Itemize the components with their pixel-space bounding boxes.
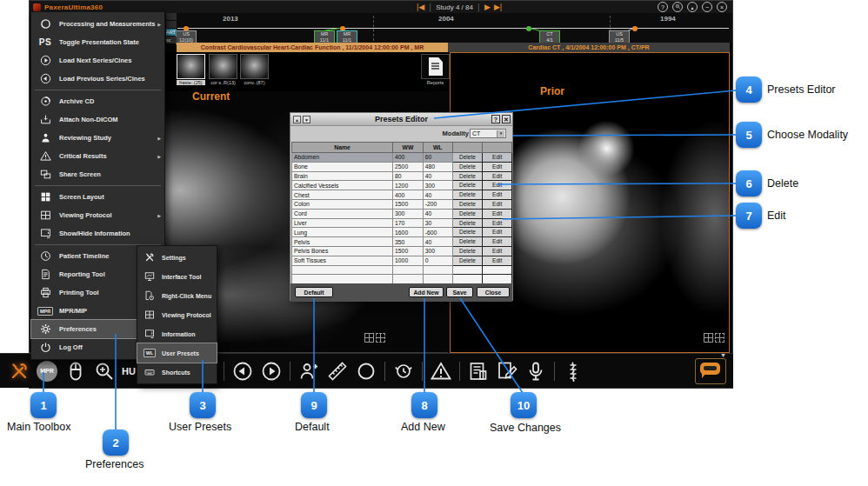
main-toolbox-icon[interactable] <box>9 361 30 382</box>
delete-button[interactable]: Delete <box>453 219 483 228</box>
timeline-dot[interactable] <box>526 26 531 31</box>
menu-item-share-screen[interactable]: Share Screen <box>31 165 164 183</box>
edit-button[interactable]: Edit <box>483 172 511 181</box>
edit-button[interactable]: Edit <box>483 247 511 256</box>
preset-row[interactable]: Bone2500480 Delete Edit <box>292 162 512 171</box>
menu-item-screen-layout[interactable]: Screen Layout <box>31 188 164 206</box>
edit-button[interactable]: Edit <box>483 153 511 162</box>
edit-button[interactable]: Edit <box>483 163 511 171</box>
zoom-tool-icon[interactable] <box>94 361 115 382</box>
collapse-button[interactable]: ▲ <box>687 2 698 12</box>
search-button[interactable] <box>672 2 683 12</box>
delete-button[interactable]: Delete <box>453 181 483 190</box>
preset-row[interactable]: Abdomen40060 Delete Edit <box>292 153 512 163</box>
series-row-selected[interactable]: ART <box>166 29 177 36</box>
patient-timeline-icon[interactable] <box>393 361 414 382</box>
close-button[interactable]: Close <box>477 287 510 297</box>
ellipse-roi-icon[interactable] <box>356 361 377 382</box>
menu-item-load-next[interactable]: Load Next Series/Cines <box>31 51 164 70</box>
preset-row[interactable]: Colon1500-200 Delete Edit <box>292 199 512 209</box>
critical-results-icon[interactable] <box>431 361 451 382</box>
preset-row[interactable]: Lung1600-600 Delete Edit <box>292 228 512 237</box>
delete-button[interactable]: Delete <box>453 153 483 162</box>
edit-button[interactable]: Edit <box>483 181 511 190</box>
preset-row[interactable]: Soft Tissues10000 Delete Edit <box>292 256 512 265</box>
series-thumbnail[interactable]: cor s..R(13) <box>209 54 237 85</box>
previous-cine-icon[interactable] <box>232 361 253 382</box>
preset-row[interactable]: Brain8040 Delete Edit <box>292 171 512 181</box>
delete-button[interactable]: Delete <box>453 163 483 171</box>
menu-item-critical-results[interactable]: Critical Results ▶ <box>31 147 164 165</box>
submenu-item-user-presets[interactable]: WL User Presets <box>137 343 217 363</box>
submenu-item-viewing-protocol[interactable]: Viewing Protocol <box>137 305 217 324</box>
delete-button[interactable]: Delete <box>453 237 483 246</box>
edit-button[interactable]: Edit <box>483 219 511 228</box>
preset-row[interactable]: Pelvis35040 Delete Edit <box>292 237 512 247</box>
delete-button[interactable]: Delete <box>453 172 483 181</box>
edit-button[interactable]: Edit <box>483 190 511 199</box>
preset-row[interactable]: Pelvis Bones1500300 Delete Edit <box>292 246 512 256</box>
mpr-tool-icon[interactable]: MPR <box>37 361 57 382</box>
edit-button[interactable]: Edit <box>483 200 511 209</box>
dictation-mic-icon[interactable] <box>525 361 546 382</box>
menu-item-viewing-protocol[interactable]: Viewing Protocol ▶ <box>31 206 164 224</box>
menu-item-reviewing-study[interactable]: Reviewing Study ▶ <box>31 129 164 147</box>
menu-item-show-hide-info[interactable]: Show/Hide Information <box>31 224 164 243</box>
delete-button[interactable]: Delete <box>453 247 483 256</box>
hu-tool-label[interactable]: HU <box>122 366 136 376</box>
menu-item-attach-non-dicom[interactable]: Attach Non-DICOM <box>31 110 164 129</box>
delete-button[interactable]: Delete <box>453 200 483 209</box>
delete-button[interactable]: Delete <box>453 256 483 265</box>
chevron-down-icon[interactable]: ▼ <box>720 352 726 358</box>
series-thumbnail[interactable]: haste..(25) <box>177 54 205 85</box>
measurement-ruler-icon[interactable] <box>327 361 348 382</box>
first-study-icon[interactable]: |◀ <box>417 3 424 11</box>
menu-item-archive-cd[interactable]: Archive CD <box>31 92 164 110</box>
layout-grid-icon[interactable] <box>704 333 713 343</box>
help-button[interactable]: ? <box>658 2 668 12</box>
delete-button[interactable]: Delete <box>453 210 483 218</box>
chat-tool[interactable]: ▼ <box>695 358 726 384</box>
delete-button[interactable]: Delete <box>453 228 483 236</box>
edit-button[interactable]: Edit <box>483 210 511 218</box>
spine-labeling-icon[interactable] <box>563 361 584 382</box>
dialog-close-button[interactable]: ✕ <box>502 115 511 123</box>
default-button[interactable]: Default <box>295 287 333 297</box>
dialog-title-bar[interactable]: ▲ ▼ Presets Editor ? ✕ <box>290 113 512 126</box>
report-viewer-icon[interactable] <box>468 361 489 382</box>
submenu-item-shortcuts[interactable]: Shortcuts <box>137 363 217 382</box>
next-study-icon[interactable]: ▶ <box>484 3 491 11</box>
menu-item-processing[interactable]: Processing and Measurements ▶ <box>31 15 164 33</box>
series-row[interactable] <box>166 21 177 28</box>
menu-item-load-previous[interactable]: Load Previous Series/Cines <box>31 70 164 88</box>
delete-button[interactable]: Delete <box>453 190 483 199</box>
submenu-item-information[interactable]: Information <box>137 324 217 343</box>
timeline-dot[interactable] <box>632 26 638 31</box>
series-row[interactable]: sc <box>166 37 177 43</box>
menu-item-toggle-ps[interactable]: PS Toggle Presentation State <box>31 33 164 51</box>
next-cine-icon[interactable] <box>261 361 282 382</box>
save-button[interactable]: Save <box>446 287 473 297</box>
edit-button[interactable]: Edit <box>483 228 511 236</box>
submenu-item-interface-tool[interactable]: Interface Tool <box>137 267 217 286</box>
close-button[interactable]: × <box>717 2 727 12</box>
layout-grid-icon[interactable] <box>715 333 724 343</box>
preset-row[interactable]: Liver17030 Delete Edit <box>292 218 512 228</box>
preset-row[interactable]: Cord30040 Delete Edit <box>292 209 512 218</box>
layout-grid-icon[interactable] <box>376 333 385 343</box>
preset-row-empty[interactable] <box>292 265 512 275</box>
add-new-button[interactable]: Add New <box>409 287 444 297</box>
edit-button[interactable]: Edit <box>483 256 511 265</box>
series-row[interactable] <box>166 13 177 20</box>
modality-select[interactable]: CT ▼ <box>470 129 506 138</box>
series-thumbnail[interactable]: conv..(87) <box>240 54 269 85</box>
report-editor-icon[interactable] <box>497 361 517 382</box>
preset-row[interactable]: Chest40040 Delete Edit <box>292 190 512 200</box>
minimize-button[interactable]: − <box>702 2 712 12</box>
layout-grid-icon[interactable] <box>364 333 374 343</box>
submenu-item-right-click-menu[interactable]: Right-Click Menu <box>137 286 217 305</box>
mouse-settings-icon[interactable] <box>65 361 86 382</box>
preset-row[interactable]: Calcified Vessels1200300 Delete Edit <box>292 181 512 190</box>
reports-thumbnail[interactable]: Reports <box>421 54 450 85</box>
patient-orientation-icon[interactable] <box>298 361 319 382</box>
